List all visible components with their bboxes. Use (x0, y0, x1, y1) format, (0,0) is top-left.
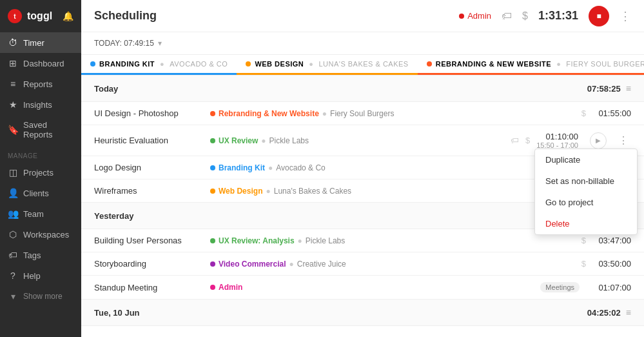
sidebar-item-label: Timer (23, 38, 44, 48)
sidebar-item-label: Dashboard (23, 59, 64, 68)
client-separator: ● (322, 109, 327, 118)
sidebar-item-tags[interactable]: 🏷 Tags (0, 245, 81, 265)
today-label: TODAY: 07:49:15 (94, 39, 154, 48)
project-name[interactable]: Video Commercial (219, 260, 286, 269)
dashboard-icon: ⊞ (8, 58, 18, 68)
main-content: Scheduling Admin 🏷 $ 1:31:31 ■ ⋮ TODAY: … (81, 0, 644, 337)
kebab-button[interactable]: ⋮ (616, 133, 631, 148)
day-label: Yesterday (94, 211, 587, 221)
project-name[interactable]: Rebranding & New Website (219, 109, 319, 118)
sidebar-item-saved-reports[interactable]: 🔖 Saved Reports (0, 115, 81, 145)
client-name: Pickle Labs (269, 136, 309, 145)
context-menu-go-to-project[interactable]: Go to project (535, 192, 637, 213)
sidebar-item-projects[interactable]: ◫ Projects (0, 162, 81, 183)
context-menu-duplicate[interactable]: Duplicate (535, 149, 637, 170)
entry-row: Standup Meeting Admin Meetings 01:07:00 (81, 276, 644, 300)
entry-name: Heuristic Evaluation (94, 136, 210, 145)
billable-icon: $ (525, 136, 530, 145)
sidebar-item-label: Workspaces (23, 230, 69, 240)
tab-branding-kit[interactable]: BRANDING KIT ● AVOCADO & CO (81, 55, 237, 75)
admin-dot (459, 14, 464, 19)
sidebar-item-workspaces[interactable]: ⬡ Workspaces (0, 224, 81, 245)
tag-header-icon[interactable]: 🏷 (502, 10, 512, 22)
day-label: Today (94, 84, 587, 94)
today-chevron-icon[interactable]: ▾ (158, 39, 162, 48)
sidebar-item-label: Insights (23, 100, 52, 110)
timer-icon: ⏱ (8, 37, 18, 48)
tab-web-design[interactable]: WEB DESIGN ● LUNA'S BAKES & CAKES (237, 55, 417, 75)
project-name[interactable]: Branding Kit (219, 163, 265, 172)
entry-meta: $ 03:47:00 (581, 236, 631, 245)
workspaces-icon: ⬡ (8, 229, 18, 240)
client-name: Avocado & Co (276, 163, 326, 172)
show-more-button[interactable]: ▾ Show more (0, 286, 81, 307)
client-separator: ● (268, 163, 273, 172)
manage-label: MANAGE (0, 145, 81, 162)
sidebar-item-label: Projects (23, 168, 54, 178)
context-menu: Duplicate Set as non-billable Go to proj… (534, 148, 638, 235)
tab-dot (246, 61, 251, 66)
client-separator: ● (266, 187, 270, 196)
sidebar-item-label: Team (23, 209, 44, 219)
entry-meta: Meetings 01:07:00 (540, 282, 631, 292)
day-label: Tue, 10 Jun (94, 308, 587, 318)
project-name[interactable]: Admin (219, 283, 242, 292)
today-bar: TODAY: 07:49:15 ▾ (81, 32, 644, 55)
client-name: Fiery Soul Burgers (330, 109, 394, 118)
project-dot (210, 189, 215, 194)
sidebar-item-team[interactable]: 👥 Team (0, 203, 81, 224)
saved-reports-icon: 🔖 (8, 125, 18, 135)
project-dot (210, 238, 215, 243)
client-separator: ● (298, 236, 302, 245)
sidebar-item-insights[interactable]: ★ Insights (0, 94, 81, 115)
sidebar: t toggl 🔔 ⏱ Timer ⊞ Dashboard ≡ Reports … (0, 0, 81, 337)
dollar-header-icon[interactable]: $ (522, 10, 528, 22)
entry-duration: 01:10:00 (540, 132, 578, 141)
admin-indicator: Admin (459, 11, 491, 21)
tags-icon: 🏷 (8, 250, 18, 260)
sidebar-item-timer[interactable]: ⏱ Timer (0, 32, 81, 53)
entry-project: Branding Kit ● Avocado & Co (210, 163, 581, 172)
sidebar-item-label: Reports (23, 79, 53, 89)
tab-client: AVOCADO & CO (170, 60, 228, 68)
sidebar-item-label: Tags (23, 250, 41, 260)
sidebar-item-label: Help (23, 271, 41, 281)
entry-meta: $ 01:55:00 (581, 108, 631, 118)
sidebar-item-reports[interactable]: ≡ Reports (0, 74, 81, 94)
play-button[interactable]: ▶ (590, 132, 607, 149)
project-name[interactable]: Web Design (219, 187, 262, 196)
app-name: toggl (27, 10, 52, 22)
tab-label: REBRANDING & NEW WEBSITE (436, 60, 551, 68)
entry-duration: 01:55:00 (592, 108, 631, 118)
sidebar-item-help[interactable]: ? Help (0, 265, 81, 286)
day-total: 07:58:25 (587, 84, 621, 94)
team-icon: 👥 (8, 209, 18, 219)
bell-icon[interactable]: 🔔 (63, 11, 73, 21)
context-menu-delete[interactable]: Delete (535, 213, 637, 234)
tab-label: BRANDING KIT (99, 60, 155, 68)
tab-separator: ● (556, 60, 561, 68)
tab-rebranding[interactable]: REBRANDING & NEW WEBSITE ● FIERY SOUL BU… (418, 55, 644, 75)
client-name: Creative Juice (297, 260, 346, 269)
project-name[interactable]: UX Review (219, 136, 258, 145)
project-tabs: BRANDING KIT ● AVOCADO & CO WEB DESIGN ●… (81, 55, 644, 76)
content-area: Today 07:58:25 ≡ UI Design - Photoshop R… (81, 76, 644, 337)
tab-separator: ● (160, 60, 164, 68)
projects-icon: ◫ (8, 167, 18, 178)
entry-project: Video Commercial ● Creative Juice (210, 260, 581, 269)
sidebar-item-dashboard[interactable]: ⊞ Dashboard (0, 53, 81, 74)
context-menu-non-billable[interactable]: Set as non-billable (535, 170, 637, 192)
stop-button[interactable]: ■ (589, 6, 609, 26)
project-name[interactable]: UX Review: Analysis (219, 236, 295, 245)
sidebar-item-clients[interactable]: 👤 Clients (0, 183, 81, 203)
sidebar-item-label: Saved Reports (23, 120, 73, 139)
header-menu-icon[interactable]: ⋮ (620, 9, 631, 23)
tab-label: WEB DESIGN (255, 60, 304, 68)
show-more-label: Show more (23, 292, 63, 301)
entry-name: Standup Meeting (94, 283, 210, 292)
entry-name: Storyboarding (94, 259, 210, 269)
day-menu-icon[interactable]: ≡ (626, 83, 631, 94)
entry-project: Rebranding & New Website ● Fiery Soul Bu… (210, 109, 581, 118)
project-dot (210, 111, 215, 116)
day-menu-icon[interactable]: ≡ (626, 307, 631, 318)
